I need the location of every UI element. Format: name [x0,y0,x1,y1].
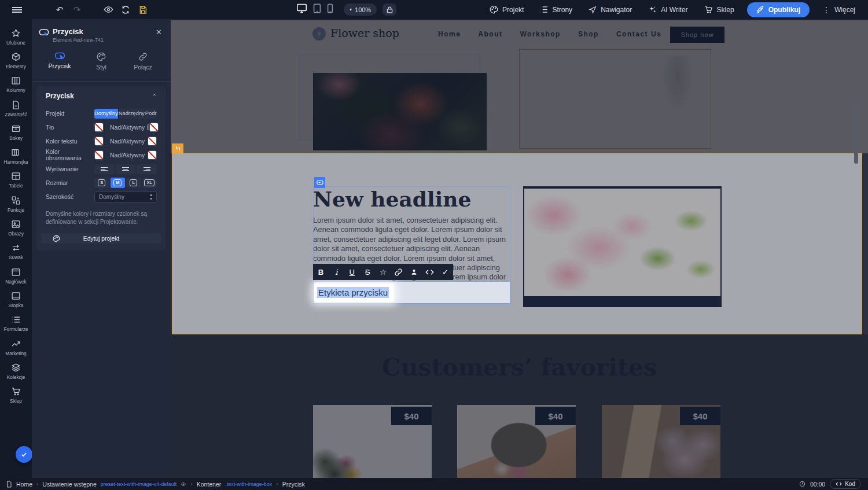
tab-styl[interactable]: Styl [80,49,122,76]
size-s-button[interactable]: S [94,178,109,188]
roses-photo[interactable] [313,73,487,150]
code-button[interactable]: Kod [830,479,861,489]
sidebar-item-harmonijka[interactable]: Harmonijka [0,144,32,168]
product-card[interactable]: $40 [602,405,720,478]
product-card[interactable]: $40 [313,405,432,478]
pages-menu-button[interactable]: Strony [533,3,579,17]
publish-button[interactable]: Opublikuj [747,2,810,17]
desktop-icon[interactable] [296,3,307,16]
underline-button[interactable]: U [344,264,360,280]
sidebar-item-kolekcje[interactable]: Kolekcje [0,359,32,383]
code-icon [836,481,842,487]
favorites-heading[interactable]: Customers’ favorites [171,353,868,381]
redo-icon[interactable]: ↷ [68,3,86,17]
sidebar-item-marketing[interactable]: Marketing [0,336,32,359]
design-option-default[interactable]: Domyślny [94,109,119,119]
cube-icon [11,52,21,62]
sidebar-item-suwak[interactable]: Suwak [0,240,32,264]
align-center-button[interactable] [116,164,136,174]
breadcrumb-home[interactable]: Home [16,481,32,488]
menu-icon[interactable] [7,3,27,17]
sidebar-item-formularze[interactable]: Formularze [0,312,32,336]
nav-workshop[interactable]: Workshop [520,30,561,38]
italic-button[interactable]: i [329,264,344,280]
sidebar-item-sklep[interactable]: Sklep [0,383,32,407]
site-logo[interactable] [312,27,326,40]
sidebar-item-funkcje[interactable]: Funkcje [0,192,32,216]
size-m-button[interactable]: M [111,178,126,188]
navigator-menu-button[interactable]: Nawigator [582,3,639,17]
sidebar-item-elementy[interactable]: Elementy [0,49,32,72]
project-menu-button[interactable]: Projekt [483,3,531,17]
assistant-check-badge[interactable] [16,446,32,463]
product-card[interactable]: $40 [457,405,576,478]
refresh-icon[interactable] [117,3,134,17]
bordered-placeholder-box[interactable] [519,49,711,149]
shop-menu-button[interactable]: Sklep [697,3,741,17]
nav-about[interactable]: About [478,30,502,38]
insert-link-button[interactable] [391,264,406,280]
nav-home[interactable]: Home [438,30,461,38]
nav-contact-us[interactable]: Contact Us [616,30,661,38]
sidebar-item-obrazy[interactable]: Obrazy [0,216,32,240]
section-headline[interactable]: New headline [313,187,510,211]
selected-button-element[interactable]: Etykieta przycisku [313,281,510,304]
edit-design-button[interactable]: Edytuj projekt [41,233,161,244]
text-hover-color-swatch[interactable] [148,137,157,146]
container-tag[interactable]: .text-with-image-box [225,481,272,487]
favorite-star-button[interactable]: ☆ [376,264,391,280]
zoom-select[interactable]: ▾ 100% [344,3,377,16]
breadcrumb-element[interactable]: Przycisk [282,481,305,488]
confirm-button[interactable]: ✓ [437,264,453,280]
text-color-swatch[interactable] [94,137,104,146]
sidebar-item-ulubione[interactable]: Ulubione [0,25,32,49]
close-icon[interactable]: ✕ [156,28,164,36]
sidebar-item-boksy[interactable]: Boksy [0,120,32,144]
site-logo-text[interactable]: Flower shop [330,27,399,39]
tab-polacz[interactable]: Połącz [122,49,164,76]
design-option-parent[interactable]: Nadrzędny [119,109,145,119]
canvas-scrollbar-thumb[interactable] [854,100,858,164]
top-toolbar: ↶ ↷ ▾ 100% [0,0,868,19]
nav-shop[interactable]: Shop [578,30,599,38]
preset-tag[interactable]: preset-text-with-image-v4-default [101,481,177,487]
align-right-button[interactable] [137,164,157,174]
code-view-button[interactable] [422,264,437,280]
bold-button[interactable]: B [313,264,329,280]
sidebar-item-zawartosc[interactable]: Zawartość [0,97,32,120]
ai-writer-button[interactable]: AI Writer [641,3,694,17]
undo-icon[interactable]: ↶ [51,3,68,17]
size-l-button[interactable]: L [126,178,141,188]
breadcrumb-preset[interactable]: Ustawienie wstępne [42,481,96,488]
sidebar-item-stopka[interactable]: Stopka [0,288,32,311]
save-icon[interactable] [134,3,152,17]
mobile-icon[interactable] [327,3,333,16]
size-xl-button[interactable]: XL [142,178,157,188]
card-header[interactable]: Przycisk ⌃ [41,92,161,106]
button-element-badge[interactable] [314,177,325,188]
width-select[interactable]: Domyślny ▴▾ [94,191,157,202]
strikethrough-button[interactable]: S [360,264,376,280]
button-label-text[interactable]: Etykieta przycisku [317,287,389,298]
background-color-swatch[interactable] [94,123,104,132]
shop-now-button[interactable]: Shop now [670,27,724,43]
section-paragraph[interactable]: Lorem ipsum dolor sit amet, consectetuer… [313,216,510,292]
border-hover-color-swatch[interactable] [148,150,157,160]
design-option-child[interactable]: Podrzędny [145,109,157,119]
sidebar-item-naglowek[interactable]: Nagłówek [0,264,32,288]
sidebar-item-tabele[interactable]: Tabele [0,168,32,192]
lock-zoom-button[interactable] [382,3,396,16]
sidebar-item-kolumny[interactable]: Kolumny [0,73,32,97]
background-hover-color-swatch[interactable] [149,123,159,132]
section-handle-badge[interactable] [172,143,183,153]
align-left-button[interactable] [94,164,115,174]
tab-przycisk[interactable]: Przycisk [39,49,80,76]
more-menu-button[interactable]: ⋮ Więcej [815,3,862,17]
border-color-swatch[interactable] [94,150,104,160]
section-image-panel[interactable] [523,186,722,307]
preview-eye-icon[interactable] [100,3,117,17]
breadcrumb-container[interactable]: Kontener [197,481,222,488]
text-with-image-section[interactable] [172,153,862,334]
tablet-icon[interactable] [313,3,321,16]
personalization-button[interactable] [406,264,422,280]
